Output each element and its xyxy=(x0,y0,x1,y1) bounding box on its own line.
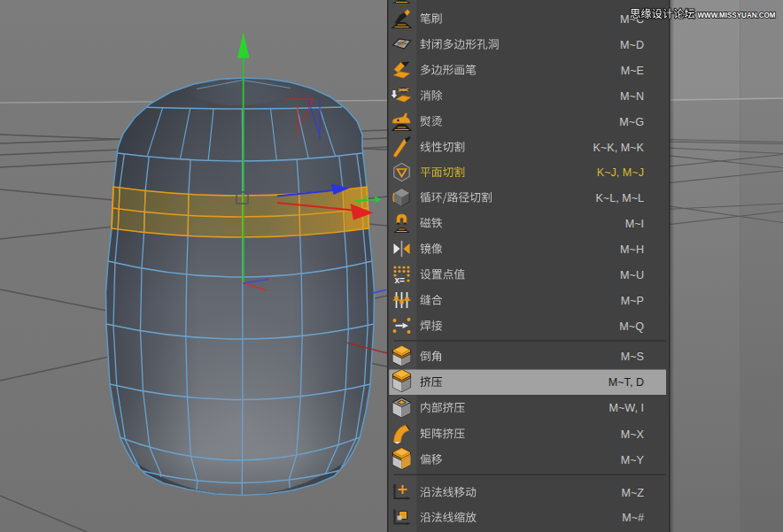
svg-text:M~H: M~H xyxy=(620,243,644,256)
svg-text:M~W, I: M~W, I xyxy=(609,402,644,414)
svg-text:M~U: M~U xyxy=(620,269,644,281)
svg-text:x=: x= xyxy=(395,275,406,285)
svg-text:M~Q: M~Q xyxy=(619,320,644,333)
svg-text:M~D: M~D xyxy=(620,39,644,51)
svg-text:M~Z: M~Z xyxy=(621,487,644,499)
svg-text:M~X: M~X xyxy=(621,428,645,441)
svg-text:M~E: M~E xyxy=(621,65,644,77)
svg-text:M~I: M~I xyxy=(625,218,644,230)
svg-text:M~T, D: M~T, D xyxy=(609,376,644,389)
svg-text:M~S: M~S xyxy=(621,351,644,363)
svg-text:M~G: M~G xyxy=(619,116,644,128)
svg-text:K~J, M~J: K~J, M~J xyxy=(597,166,644,179)
svg-text:M~N: M~N xyxy=(620,90,644,103)
svg-text:K~K, M~K: K~K, M~K xyxy=(593,142,645,154)
svg-text:M~P: M~P xyxy=(621,295,644,307)
svg-text:K~L, M~L: K~L, M~L xyxy=(595,192,644,204)
svg-text:M~Y: M~Y xyxy=(621,454,645,466)
svg-text:M~#: M~# xyxy=(622,512,644,524)
svg-text:WWW.MISSYUAN.COM: WWW.MISSYUAN.COM xyxy=(698,12,776,19)
